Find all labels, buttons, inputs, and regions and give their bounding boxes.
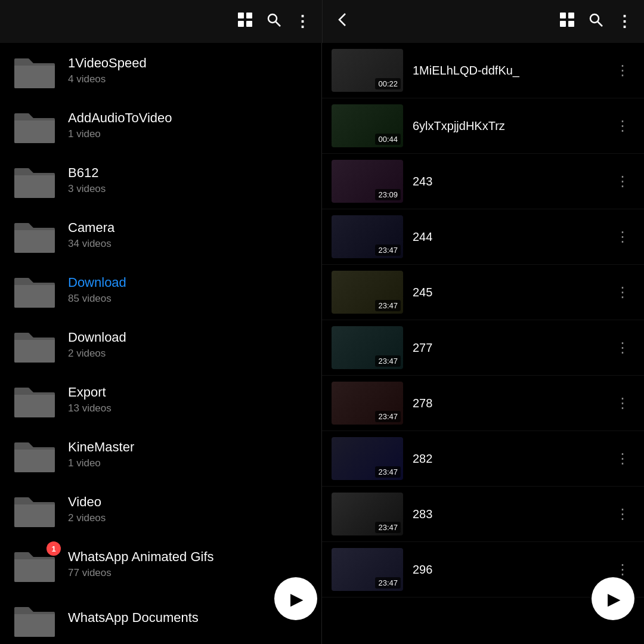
folder-name: Export	[68, 385, 112, 400]
folder-item[interactable]: KineMaster1 video	[0, 427, 321, 482]
folder-info: B6123 videos	[68, 165, 106, 195]
folder-info: KineMaster1 video	[68, 439, 134, 469]
back-button[interactable]	[335, 11, 351, 32]
folder-name: AddAudioToVideo	[68, 110, 172, 126]
folder-item[interactable]: WhatsApp Documents	[0, 592, 321, 644]
folder-icon-wrap	[12, 51, 57, 89]
folder-icon	[12, 51, 57, 89]
folder-icon-wrap	[12, 490, 57, 528]
folder-count: 2 videos	[68, 512, 106, 524]
video-thumb-wrap: 23:47	[332, 215, 403, 258]
video-menu-button[interactable]: ⋮	[611, 390, 634, 416]
video-thumb-wrap: 23:47	[332, 382, 403, 425]
left-fab[interactable]: ▶	[274, 577, 317, 620]
folder-icon	[12, 161, 57, 199]
folder-count: 4 videos	[68, 73, 147, 85]
right-header-icons: ⋮	[559, 12, 632, 31]
svg-point-10	[590, 14, 599, 23]
video-item[interactable]: 00:446ylxTxpjjdHKxTrz⋮	[322, 98, 644, 154]
video-menu-button[interactable]: ⋮	[611, 445, 634, 472]
left-search-icon[interactable]	[266, 12, 281, 31]
folder-name: Download	[68, 330, 126, 345]
svg-rect-1	[246, 13, 252, 18]
video-duration: 23:47	[375, 300, 401, 311]
folder-icon-wrap	[12, 161, 57, 199]
folder-icon	[12, 326, 57, 364]
folder-info: Camera34 videos	[68, 220, 114, 250]
folder-icon	[12, 216, 57, 254]
svg-point-4	[268, 14, 277, 23]
folder-badge: 1	[47, 541, 61, 556]
main-content: 1VideoSpeed4 videos AddAudioToVideo1 vid…	[0, 43, 644, 644]
video-item[interactable]: 23:47277⋮	[322, 320, 644, 376]
folder-count: 13 videos	[68, 402, 112, 414]
folder-info: 1VideoSpeed4 videos	[68, 55, 147, 85]
video-menu-button[interactable]: ⋮	[611, 57, 634, 83]
folder-icon	[12, 106, 57, 144]
folder-icon	[12, 380, 57, 419]
folder-item[interactable]: Download85 videos	[0, 262, 321, 317]
video-duration: 23:47	[375, 466, 401, 478]
right-menu-icon[interactable]: ⋮	[617, 13, 632, 31]
video-item[interactable]: 23:09243⋮	[322, 154, 644, 209]
video-item[interactable]: 23:47245⋮	[322, 265, 644, 320]
video-menu-button[interactable]: ⋮	[611, 224, 634, 250]
folder-item[interactable]: Video2 videos	[0, 482, 321, 537]
folder-count: 34 videos	[68, 238, 114, 250]
folder-name: WhatsApp Animated Gifs	[68, 549, 214, 565]
left-grid-icon[interactable]	[237, 12, 253, 31]
folder-info: Video2 videos	[68, 494, 106, 524]
video-menu-button[interactable]: ⋮	[611, 168, 634, 194]
right-grid-icon[interactable]	[559, 12, 575, 31]
folder-count: 1 video	[68, 457, 134, 469]
video-thumb-wrap: 23:47	[332, 271, 403, 314]
folder-name: 1VideoSpeed	[68, 55, 147, 71]
video-thumb-wrap: 23:09	[332, 160, 403, 203]
video-menu-button[interactable]: ⋮	[611, 113, 634, 139]
video-item[interactable]: 23:47244⋮	[322, 209, 644, 265]
video-duration: 23:47	[375, 522, 401, 533]
folder-info: Export13 videos	[68, 385, 112, 414]
video-item[interactable]: 00:221MiELhLQD-ddfKu_⋮	[322, 43, 644, 98]
folder-item[interactable]: 1VideoSpeed4 videos	[0, 43, 321, 98]
folder-icon-wrap	[12, 271, 57, 309]
folder-item[interactable]: Camera34 videos	[0, 208, 321, 262]
svg-rect-8	[560, 21, 566, 27]
svg-line-5	[275, 22, 280, 27]
folder-count: 3 videos	[68, 183, 106, 195]
video-duration: 23:47	[375, 244, 401, 256]
folder-info: Download2 videos	[68, 330, 126, 360]
video-thumb-wrap: 23:47	[332, 493, 403, 535]
video-name: 296	[413, 563, 611, 577]
folder-icon-wrap	[12, 216, 57, 254]
folder-icon-wrap	[12, 326, 57, 364]
folder-icon-wrap	[12, 380, 57, 419]
video-thumb-wrap: 00:44	[332, 104, 403, 147]
folder-item[interactable]: AddAudioToVideo1 video	[0, 98, 321, 153]
right-search-icon[interactable]	[588, 12, 603, 31]
folder-item[interactable]: 1WhatsApp Animated Gifs77 videos	[0, 537, 321, 592]
video-item[interactable]: 23:47278⋮	[322, 376, 644, 431]
folder-icon	[12, 490, 57, 528]
video-name: 245	[413, 286, 611, 299]
left-play-icon: ▶	[290, 589, 304, 609]
video-menu-button[interactable]: ⋮	[611, 335, 634, 361]
video-item[interactable]: 23:47282⋮	[322, 431, 644, 487]
right-header: ⋮	[323, 0, 645, 43]
right-fab[interactable]: ▶	[592, 577, 634, 620]
right-play-icon: ▶	[608, 589, 621, 609]
folder-icon	[12, 435, 57, 473]
folder-item[interactable]: Export13 videos	[0, 372, 321, 427]
video-item[interactable]: 23:47283⋮	[322, 487, 644, 542]
videos-panel: 00:221MiELhLQD-ddfKu_⋮00:446ylxTxpjjdHKx…	[322, 43, 644, 644]
left-menu-icon[interactable]: ⋮	[295, 13, 310, 31]
folder-item[interactable]: Download2 videos	[0, 317, 321, 372]
folder-item[interactable]: B6123 videos	[0, 153, 321, 208]
folder-icon-wrap: 1	[12, 545, 57, 583]
video-menu-button[interactable]: ⋮	[611, 279, 634, 305]
left-header: ⋮	[0, 0, 323, 43]
folder-icon	[12, 600, 57, 638]
video-duration: 23:47	[375, 577, 401, 589]
video-menu-button[interactable]: ⋮	[611, 501, 634, 527]
video-name: 282	[413, 452, 611, 466]
